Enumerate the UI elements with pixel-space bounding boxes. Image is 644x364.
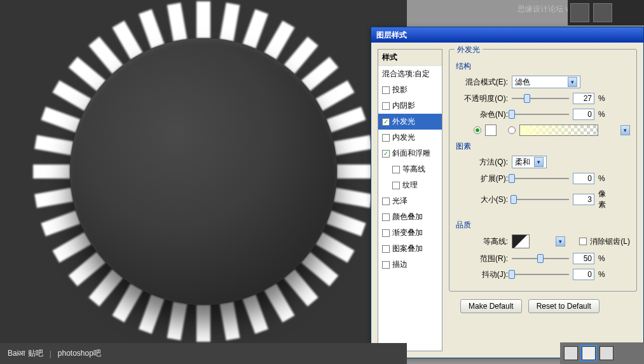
antialias-checkbox[interactable] — [579, 238, 587, 245]
style-item-5[interactable]: 等高线 — [378, 161, 442, 177]
dial-tick — [284, 269, 319, 307]
make-default-button[interactable]: Make Default — [460, 299, 522, 313]
dial-tick — [196, 1, 210, 38]
style-item-label: 描边 — [392, 259, 408, 270]
unit: 像素 — [598, 189, 612, 210]
blend-options-item[interactable]: 混合选项:自定 — [378, 66, 442, 82]
dial-tick — [264, 283, 294, 322]
gradient-swatch[interactable] — [519, 125, 598, 136]
style-item-10[interactable]: 图案叠加 — [378, 241, 442, 257]
range-slider[interactable] — [512, 254, 569, 263]
dial-tick — [52, 232, 91, 262]
noise-input[interactable] — [573, 109, 594, 120]
dial-tick — [315, 232, 354, 262]
layer-thumb[interactable] — [564, 346, 578, 360]
reset-default-button[interactable]: Reset to Default — [528, 299, 599, 313]
jitter-input[interactable] — [573, 269, 594, 280]
dial-tick — [139, 9, 165, 48]
dial-tick — [34, 135, 73, 156]
size-input[interactable] — [573, 194, 594, 205]
layer-thumbs — [560, 342, 644, 364]
layer-thumb[interactable] — [599, 346, 613, 360]
dial-tick — [41, 210, 80, 236]
styles-list: 样式 混合选项:自定 投影内阴影外发光内发光斜面和浮雕等高线纹理光泽颜色叠加渐变… — [378, 49, 442, 351]
style-checkbox[interactable] — [382, 150, 390, 158]
jitter-slider[interactable] — [512, 270, 569, 279]
size-slider[interactable] — [512, 195, 569, 204]
technique-value: 柔和 — [515, 157, 530, 168]
panel-thumb[interactable] — [570, 3, 589, 22]
size-label: 大小(S): — [456, 194, 508, 205]
style-checkbox[interactable] — [382, 213, 390, 221]
panel-thumb[interactable] — [593, 3, 612, 22]
unit: % — [598, 270, 612, 279]
dial-tick — [315, 80, 354, 111]
style-item-label: 图案叠加 — [392, 243, 423, 254]
style-item-1[interactable]: 内阴影 — [378, 98, 442, 114]
style-checkbox[interactable] — [382, 198, 390, 205]
spread-slider[interactable] — [512, 174, 569, 183]
dial-tick — [301, 252, 339, 286]
style-checkbox[interactable] — [382, 245, 390, 253]
opacity-input[interactable] — [573, 93, 594, 104]
gradient-radio[interactable] — [508, 126, 516, 134]
style-item-label: 纹理 — [402, 180, 418, 191]
layer-style-dialog: 图层样式 样式 混合选项:自定 投影内阴影外发光内发光斜面和浮雕等高线纹理光泽颜… — [371, 27, 644, 358]
dial-tick — [34, 188, 73, 208]
opacity-label: 不透明度(O): — [456, 93, 508, 104]
range-input[interactable] — [573, 253, 594, 264]
style-item-label: 投影 — [392, 84, 408, 95]
style-item-7[interactable]: 光泽 — [378, 193, 442, 209]
style-item-0[interactable]: 投影 — [378, 82, 442, 98]
style-checkbox[interactable] — [392, 166, 400, 173]
style-item-4[interactable]: 斜面和浮雕 — [378, 145, 442, 161]
style-checkbox[interactable] — [392, 182, 400, 189]
style-item-11[interactable]: 描边 — [378, 257, 442, 273]
style-item-label: 等高线 — [402, 164, 425, 175]
dial-tick — [327, 210, 366, 236]
board-name: photoshop吧 — [58, 348, 101, 359]
styles-header: 样式 — [378, 50, 442, 66]
layer-thumb[interactable] — [582, 346, 596, 360]
dial-tick — [167, 302, 188, 340]
technique-select[interactable]: 柔和 — [512, 156, 547, 168]
chevron-down-icon[interactable] — [556, 236, 565, 246]
chevron-down-icon[interactable] — [620, 125, 630, 135]
style-item-2[interactable]: 外发光 — [378, 114, 442, 130]
style-item-9[interactable]: 渐变叠加 — [378, 225, 442, 241]
spread-input[interactable] — [573, 173, 594, 184]
blend-mode-select[interactable]: 滤色 — [512, 76, 580, 88]
dial-circle — [70, 38, 337, 305]
contour-picker[interactable] — [512, 234, 530, 248]
noise-slider[interactable] — [512, 110, 569, 119]
group-title: 外发光 — [455, 44, 483, 55]
chevron-down-icon[interactable] — [568, 77, 577, 87]
dialog-titlebar[interactable]: 图层样式 — [371, 27, 643, 43]
style-checkbox[interactable] — [382, 261, 390, 269]
dial-tick — [334, 188, 373, 208]
dial-tick — [242, 9, 268, 48]
brand-text: Baiआ 贴吧 — [8, 348, 43, 359]
style-item-label: 颜色叠加 — [392, 212, 423, 222]
style-item-3[interactable]: 内发光 — [378, 130, 442, 145]
elements-label: 图素 — [456, 141, 630, 152]
style-checkbox[interactable] — [382, 134, 390, 142]
style-checkbox[interactable] — [382, 229, 390, 237]
style-item-6[interactable]: 纹理 — [378, 177, 442, 193]
style-item-8[interactable]: 颜色叠加 — [378, 209, 442, 225]
dial-tick — [41, 107, 80, 133]
dial-tick — [112, 283, 142, 322]
opacity-slider[interactable] — [512, 94, 569, 103]
chevron-down-icon[interactable] — [534, 157, 544, 167]
style-item-label: 光泽 — [392, 196, 408, 206]
color-radio[interactable] — [474, 126, 481, 134]
style-item-label: 外发光 — [392, 116, 415, 127]
dial-tick — [220, 302, 240, 340]
color-swatch[interactable] — [485, 125, 497, 136]
style-checkbox[interactable] — [382, 102, 390, 110]
style-checkbox[interactable] — [382, 86, 390, 94]
dial-tick — [69, 252, 106, 286]
style-checkbox[interactable] — [382, 118, 390, 126]
unit: % — [598, 110, 612, 119]
canvas-area[interactable] — [0, 0, 407, 343]
